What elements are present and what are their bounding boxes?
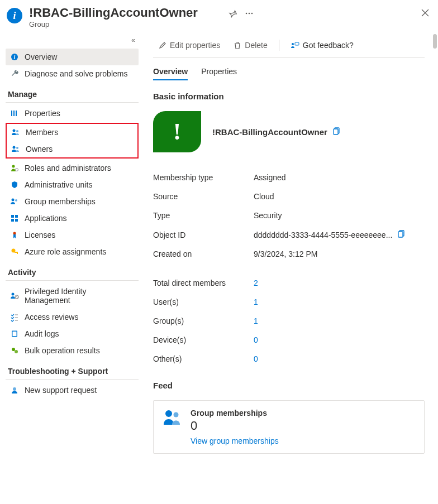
- sidebar-item-label: Administrative units: [25, 180, 92, 189]
- wrench-icon: [10, 69, 19, 78]
- sidebar-item-label: Overview: [25, 52, 57, 61]
- sidebar-item-diagnose[interactable]: Diagnose and solve problems: [6, 65, 139, 82]
- sidebar-item-label: Diagnose and solve problems: [25, 69, 127, 78]
- kv-value-link[interactable]: 1: [254, 297, 425, 306]
- sidebar-item-label: Privileged Identity Management: [25, 287, 134, 305]
- shield-icon: [10, 180, 19, 189]
- sidebar-item-azure-roles[interactable]: Azure role assignments: [6, 243, 139, 260]
- person-speech-icon: [291, 41, 299, 49]
- row-total-members: Total direct members 2: [153, 273, 425, 292]
- sidebar-item-access-reviews[interactable]: Access reviews: [6, 309, 139, 325]
- sidebar-item-overview[interactable]: i Overview: [6, 49, 139, 65]
- feed-card-group-memberships: Group memberships 0 View group membershi…: [153, 400, 425, 454]
- kv-value-link[interactable]: 0: [254, 354, 425, 363]
- page-subtitle: Group: [29, 20, 228, 28]
- svg-point-31: [12, 348, 15, 351]
- checklist-icon: [10, 313, 19, 321]
- sidebar-section-activity: Activity: [6, 260, 139, 281]
- row-type: Type Security: [153, 206, 425, 225]
- properties-icon: [10, 109, 19, 118]
- copy-icon[interactable]: [398, 230, 406, 239]
- page-title: !RBAC-BillingAccountOwner: [29, 6, 228, 20]
- row-created-on: Created on 9/3/2024, 3:12 PM: [153, 244, 425, 263]
- sidebar-item-members[interactable]: Members: [7, 124, 137, 141]
- main-content: Edit properties Delete Got feedback? Ove…: [144, 32, 438, 503]
- apps-icon: [10, 214, 19, 223]
- kv-value: dddddddd-3333-4444-5555-eeeeeeee...: [254, 230, 425, 239]
- sidebar-item-owners[interactable]: Owners: [7, 141, 137, 157]
- row-object-id: Object ID dddddddd-3333-4444-5555-eeeeee…: [153, 225, 425, 244]
- tab-overview[interactable]: Overview: [153, 67, 188, 80]
- kv-key: Type: [153, 211, 254, 220]
- row-source: Source Cloud: [153, 187, 425, 206]
- row-membership-type: Membership type Assigned: [153, 168, 425, 187]
- sidebar-section-ts: Troubleshooting + Support: [6, 359, 139, 380]
- kv-value: Cloud: [254, 192, 425, 201]
- info-icon: i: [7, 8, 22, 23]
- support-icon: [10, 386, 19, 395]
- close-icon[interactable]: [421, 9, 429, 17]
- sidebar-item-admin-units[interactable]: Administrative units: [6, 176, 139, 193]
- svg-point-20: [13, 232, 16, 235]
- svg-rect-18: [11, 219, 14, 222]
- svg-rect-23: [17, 253, 18, 254]
- svg-rect-6: [13, 111, 15, 116]
- sidebar-item-label: Access reviews: [25, 313, 78, 321]
- row-others: Other(s) 0: [153, 349, 425, 368]
- svg-rect-5: [11, 111, 12, 116]
- sidebar-item-applications[interactable]: Applications: [6, 210, 139, 227]
- kv-value-link[interactable]: 0: [254, 335, 425, 344]
- tab-properties[interactable]: Properties: [201, 67, 237, 80]
- sidebar-item-audit-logs[interactable]: Audit logs: [6, 325, 139, 342]
- svg-rect-7: [16, 111, 17, 116]
- edit-properties-button[interactable]: Edit properties: [153, 39, 226, 52]
- svg-point-1: [249, 13, 250, 15]
- basic-info-heading: Basic information: [153, 92, 425, 101]
- blade-header: i !RBAC-BillingAccountOwner Group: [0, 0, 438, 32]
- command-bar: Edit properties Delete Got feedback?: [153, 34, 425, 58]
- sidebar-item-label: Licenses: [25, 231, 55, 239]
- sidebar-item-support[interactable]: New support request: [6, 382, 139, 399]
- pin-icon[interactable]: [228, 9, 237, 18]
- svg-point-11: [16, 147, 18, 149]
- bulk-icon: [10, 346, 19, 355]
- pim-icon: [10, 291, 19, 300]
- collapse-sidebar-button[interactable]: «: [6, 34, 139, 49]
- svg-point-13: [16, 169, 18, 171]
- feed-card-title: Group memberships: [191, 409, 279, 417]
- kv-value: Security: [254, 211, 425, 220]
- kv-value-link[interactable]: 1: [254, 316, 425, 325]
- sidebar-item-label: Azure role assignments: [25, 247, 106, 256]
- row-users: User(s) 1: [153, 292, 425, 311]
- sidebar-item-group-memberships[interactable]: Group memberships: [6, 193, 139, 210]
- svg-text:i: i: [14, 54, 16, 60]
- more-icon[interactable]: [245, 9, 254, 18]
- svg-point-33: [13, 387, 16, 391]
- sidebar-item-label: Group memberships: [25, 197, 96, 206]
- delete-button[interactable]: Delete: [228, 39, 273, 52]
- info-icon: i: [10, 52, 19, 61]
- object-id-value: dddddddd-3333-4444-5555-eeeeeeee...: [254, 231, 392, 239]
- kv-key: Created on: [153, 249, 254, 258]
- feed-card-link[interactable]: View group memberships: [191, 436, 279, 445]
- sidebar-item-bulk-ops[interactable]: Bulk operation results: [6, 342, 139, 359]
- key-icon: [10, 247, 19, 256]
- sidebar-item-properties[interactable]: Properties: [6, 105, 139, 122]
- svg-point-32: [15, 350, 18, 353]
- feed-card-count: 0: [191, 419, 279, 433]
- kv-key: Object ID: [153, 231, 254, 239]
- copy-icon[interactable]: [333, 127, 341, 137]
- kv-key: Total direct members: [153, 279, 254, 287]
- kv-value: Assigned: [254, 173, 425, 182]
- sidebar-item-label: Roles and administrators: [25, 164, 111, 172]
- kv-value-link[interactable]: 2: [254, 279, 425, 287]
- svg-point-8: [13, 129, 16, 132]
- svg-point-15: [15, 199, 17, 201]
- sidebar-item-licenses[interactable]: Licenses: [6, 227, 139, 243]
- svg-rect-39: [398, 232, 403, 237]
- sidebar-item-roles[interactable]: Roles and administrators: [6, 160, 139, 176]
- svg-rect-37: [334, 129, 338, 135]
- feedback-button[interactable]: Got feedback?: [285, 39, 359, 52]
- sidebar-item-pim[interactable]: Privileged Identity Management: [6, 283, 139, 309]
- row-groups: Group(s) 1: [153, 311, 425, 330]
